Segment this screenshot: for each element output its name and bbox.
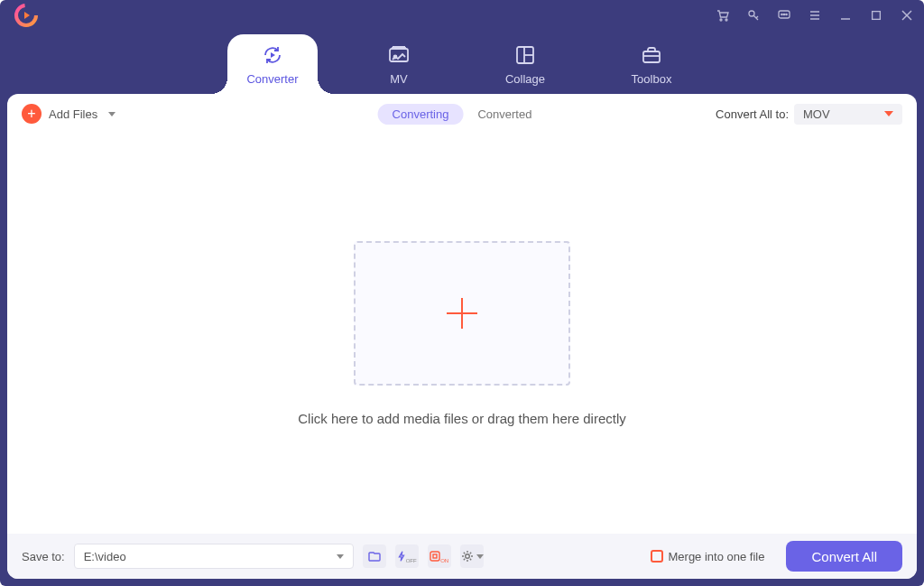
checkbox-icon xyxy=(651,550,663,563)
tab-converting[interactable]: Converting xyxy=(378,104,464,125)
titlebar xyxy=(0,0,924,31)
app-window: Converter MV Collage Toolbox xyxy=(0,0,924,586)
tab-label: Collage xyxy=(505,72,545,86)
tab-converted[interactable]: Converted xyxy=(463,104,546,125)
add-files-button[interactable]: + Add Files xyxy=(22,104,116,124)
add-files-label: Add Files xyxy=(49,107,97,121)
toolbar: + Add Files Converting Converted Convert… xyxy=(7,94,917,134)
convert-all-to: Convert All to: MOV xyxy=(716,104,902,125)
high-speed-button[interactable]: ON xyxy=(428,544,451,568)
main-tabs: Converter MV Collage Toolbox xyxy=(0,31,924,94)
svg-rect-13 xyxy=(873,12,881,20)
dropzone-hint: Click here to add media files or drag th… xyxy=(298,411,626,426)
tab-converter[interactable]: Converter xyxy=(227,34,318,94)
svg-point-28 xyxy=(465,554,469,559)
tab-label: Toolbox xyxy=(632,72,672,86)
chevron-down-icon[interactable] xyxy=(108,112,116,116)
tab-mv[interactable]: MV xyxy=(354,34,444,94)
cart-icon[interactable] xyxy=(715,7,731,23)
svg-point-8 xyxy=(786,14,787,14)
footer: Save to: E:\video OFF ON xyxy=(7,534,917,579)
key-icon[interactable] xyxy=(745,7,762,23)
window-controls xyxy=(715,0,915,31)
save-path-value: E:\video xyxy=(84,550,126,563)
tab-toolbox[interactable]: Toolbox xyxy=(606,34,697,94)
workarea: + Add Files Converting Converted Convert… xyxy=(7,94,917,579)
svg-rect-27 xyxy=(433,554,437,558)
drop-area: Click here to add media files or drag th… xyxy=(7,134,917,534)
app-logo xyxy=(14,4,38,27)
svg-point-3 xyxy=(725,19,727,21)
output-format-select[interactable]: MOV xyxy=(794,104,902,125)
status-segmented: Converting Converted xyxy=(378,104,547,125)
settings-button[interactable] xyxy=(460,544,484,568)
feedback-icon[interactable] xyxy=(776,7,792,23)
merge-checkbox[interactable]: Merge into one file xyxy=(651,550,765,563)
svg-marker-1 xyxy=(24,12,30,19)
svg-point-7 xyxy=(783,14,784,14)
hardware-accel-button[interactable]: OFF xyxy=(395,544,419,568)
svg-marker-16 xyxy=(271,52,275,58)
tab-label: MV xyxy=(390,72,408,86)
tab-label: Converter xyxy=(246,72,298,86)
convert-all-to-label: Convert All to: xyxy=(716,107,789,121)
maximize-icon[interactable] xyxy=(868,7,884,23)
plus-icon: + xyxy=(22,104,42,124)
menu-icon[interactable] xyxy=(807,7,823,23)
svg-rect-22 xyxy=(643,51,660,62)
open-folder-button[interactable] xyxy=(363,544,386,568)
output-format-value: MOV xyxy=(803,107,830,121)
save-path-select[interactable]: E:\video xyxy=(74,544,354,569)
chevron-down-icon xyxy=(337,554,344,559)
convert-all-button[interactable]: Convert All xyxy=(786,541,902,572)
close-icon[interactable] xyxy=(899,7,915,23)
tab-collage[interactable]: Collage xyxy=(480,34,570,94)
svg-point-2 xyxy=(720,19,722,21)
chevron-down-icon xyxy=(476,554,484,559)
merge-label: Merge into one file xyxy=(669,550,765,563)
svg-point-6 xyxy=(781,14,782,14)
minimize-icon[interactable] xyxy=(837,7,854,23)
svg-rect-26 xyxy=(430,552,439,561)
chevron-down-icon xyxy=(884,111,893,116)
add-media-dropzone[interactable] xyxy=(354,241,570,386)
save-to-label: Save to: xyxy=(22,550,65,563)
